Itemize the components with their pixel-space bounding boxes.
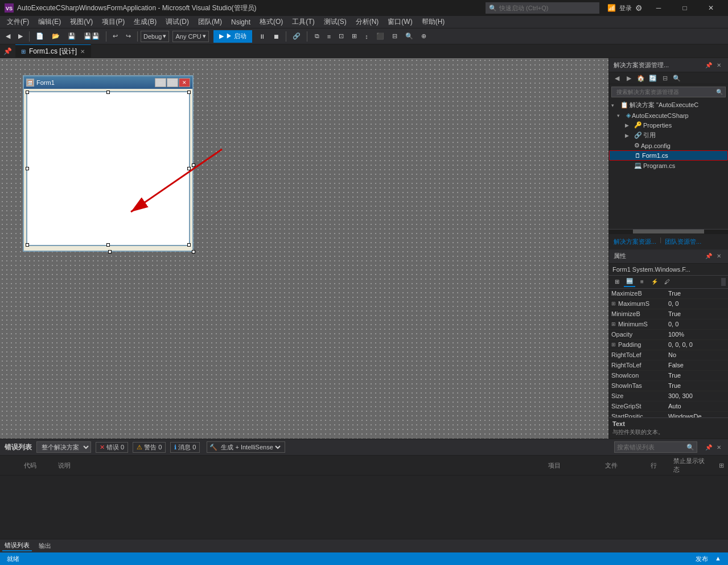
col-filter-icon[interactable]: ⊞ — [714, 462, 726, 469]
toolbar-extra-1[interactable]: ⧉ — [311, 31, 323, 41]
toolbar-open[interactable]: 📂 — [48, 31, 63, 41]
props-tb-events[interactable]: ⚡ — [649, 277, 660, 287]
platform-dropdown[interactable]: Any CPU ▾ — [172, 31, 208, 42]
se-search-container[interactable]: 🔍 — [609, 84, 728, 100]
form-window[interactable]: 🪟 Form1 ─ □ ✕ — [23, 75, 194, 252]
toolbar-extra-7[interactable]: ⊟ — [389, 31, 401, 41]
error-pin-button[interactable]: 📌 — [704, 443, 713, 452]
props-tb-alphabetical[interactable]: 🔤 — [624, 277, 635, 287]
toolbar-extra-5[interactable]: ↕ — [361, 31, 372, 41]
tab-form1-design[interactable]: ⊞ Form1.cs [设计] ✕ — [15, 44, 91, 58]
error-tab-errors[interactable]: 错误列表 — [2, 541, 32, 551]
tree-references[interactable]: ▶ 🔗 引用 — [609, 130, 728, 141]
toolbar-extra-9[interactable]: ⊕ — [418, 31, 430, 41]
handle-mr[interactable] — [187, 167, 191, 170]
se-tb-home[interactable]: 🏠 — [635, 73, 647, 83]
props-tb-proppage[interactable]: 🖊 — [661, 277, 673, 287]
tree-form1cs[interactable]: ▶ 🗒 Form1.cs — [609, 150, 728, 161]
form-close-btn[interactable]: ✕ — [179, 78, 190, 87]
error-scope-select[interactable]: 整个解决方案 — [36, 441, 91, 453]
quick-launch-search[interactable]: 🔍 — [486, 2, 599, 14]
tree-solution[interactable]: ▾ 📋 解决方案 "AutoExecuteC — [609, 100, 728, 110]
error-tab-output[interactable]: 输出 — [36, 541, 54, 551]
menu-analyze[interactable]: 分析(N) — [351, 16, 384, 28]
menu-file[interactable]: 文件(F) — [2, 16, 34, 28]
pin-tabs-button[interactable]: 📌 — [0, 47, 15, 55]
props-vscroll[interactable] — [721, 278, 726, 286]
menu-debug[interactable]: 调试(D) — [161, 16, 194, 28]
menu-build[interactable]: 生成(B) — [129, 16, 161, 28]
error-close-button[interactable]: ✕ — [714, 443, 723, 452]
settings-icon[interactable]: ⚙ — [635, 3, 643, 13]
props-tb-properties[interactable]: ≡ — [636, 277, 648, 287]
close-button[interactable]: ✕ — [698, 0, 723, 16]
handle-tc[interactable] — [106, 91, 110, 94]
handle-outer-mr[interactable] — [192, 163, 195, 167]
menu-tools[interactable]: 工具(T) — [287, 16, 319, 28]
run-button[interactable]: ▶ ▶ 启动 — [213, 30, 252, 43]
handle-tr[interactable] — [187, 91, 191, 94]
toolbar-extra-6[interactable]: ⬛ — [373, 31, 388, 41]
toolbar-forward[interactable]: ▶ — [15, 31, 26, 41]
menu-format[interactable]: 格式(O) — [255, 16, 287, 28]
se-close-button[interactable]: ✕ — [714, 60, 723, 69]
footer-tab-solution[interactable]: 解决方案资源... — [611, 236, 659, 247]
toolbar-attach[interactable]: 🔗 — [289, 31, 304, 41]
form-body[interactable] — [24, 91, 192, 251]
se-pin-button[interactable]: 📌 — [704, 60, 713, 69]
se-hscrollbar[interactable] — [609, 229, 728, 234]
quick-launch-input[interactable] — [499, 5, 590, 11]
tree-programcs[interactable]: ▶ 💻 Program.cs — [609, 161, 728, 170]
menu-help[interactable]: 帮助(H) — [417, 16, 450, 28]
handle-outer-bc[interactable] — [108, 250, 112, 253]
toolbar-pause[interactable]: ⏸ — [256, 32, 269, 41]
toolbar-redo[interactable]: ↪ — [122, 31, 134, 41]
se-tb-back[interactable]: ◀ — [611, 73, 623, 83]
toolbar-new[interactable]: 📄 — [32, 31, 47, 41]
error-badge-warnings[interactable]: ⚠ 警告 0 — [133, 442, 166, 453]
handle-ml[interactable] — [26, 167, 29, 170]
form-minimize-btn[interactable]: ─ — [155, 78, 166, 87]
handle-tl[interactable] — [26, 91, 29, 94]
se-tb-forward[interactable]: ▶ — [623, 73, 635, 83]
login-button[interactable]: 登录 — [619, 4, 632, 13]
menu-view[interactable]: 视图(V) — [65, 16, 97, 28]
error-search[interactable]: 🔍 — [614, 441, 697, 453]
se-hscroll-thumb[interactable] — [633, 230, 704, 234]
toolbar-extra-4[interactable]: ⊞ — [348, 31, 360, 41]
handle-outer-br[interactable] — [192, 250, 195, 253]
minimize-button[interactable]: ─ — [646, 0, 671, 16]
status-up-icon[interactable]: ▲ — [713, 555, 723, 563]
se-tb-collapse[interactable]: ⊟ — [659, 73, 671, 83]
toolbar-save-all[interactable]: 💾💾 — [80, 31, 103, 41]
error-search-input[interactable] — [617, 444, 685, 451]
menu-test[interactable]: 测试(S) — [319, 16, 351, 28]
menu-project[interactable]: 项目(P) — [97, 16, 129, 28]
toolbar-extra-2[interactable]: ≡ — [324, 31, 334, 41]
maximize-button[interactable]: □ — [672, 0, 697, 16]
build-filter[interactable]: 🔨 生成 + IntelliSense — [207, 441, 285, 453]
props-close-button[interactable]: ✕ — [714, 252, 723, 261]
form-maximize-btn[interactable]: □ — [167, 78, 178, 87]
tree-appconfig[interactable]: ▶ ⚙ App.config — [609, 141, 728, 150]
config-dropdown[interactable]: Debug ▾ — [141, 31, 169, 42]
run-btn-inner[interactable]: ▶ ▶ 启动 — [213, 30, 252, 43]
toolbar-save[interactable]: 💾 — [64, 31, 79, 41]
toolbar-extra-8[interactable]: 🔍 — [402, 31, 417, 41]
menu-team[interactable]: 团队(M) — [194, 16, 227, 28]
handle-bc[interactable] — [106, 243, 110, 247]
toolbar-stop[interactable]: ⏹ — [270, 32, 283, 41]
se-tb-refresh[interactable]: 🔄 — [647, 73, 659, 83]
se-search-input[interactable] — [614, 88, 716, 96]
build-filter-select[interactable]: 生成 + IntelliSense — [219, 443, 282, 451]
toolbar-extra-3[interactable]: ⊡ — [335, 31, 347, 41]
props-tb-categorize[interactable]: ⊞ — [611, 277, 623, 287]
se-tb-search[interactable]: 🔍 — [671, 73, 682, 83]
status-publish[interactable]: 发布 — [693, 555, 710, 563]
menu-nsight[interactable]: Nsight — [227, 17, 255, 27]
props-pin-button[interactable]: 📌 — [704, 252, 713, 261]
toolbar-back[interactable]: ◀ — [2, 31, 14, 41]
tab-close-icon[interactable]: ✕ — [80, 48, 85, 55]
tree-project[interactable]: ▾ ◈ AutoExecuteCSharp — [609, 110, 728, 120]
tree-properties[interactable]: ▶ 🔑 Properties — [609, 120, 728, 130]
